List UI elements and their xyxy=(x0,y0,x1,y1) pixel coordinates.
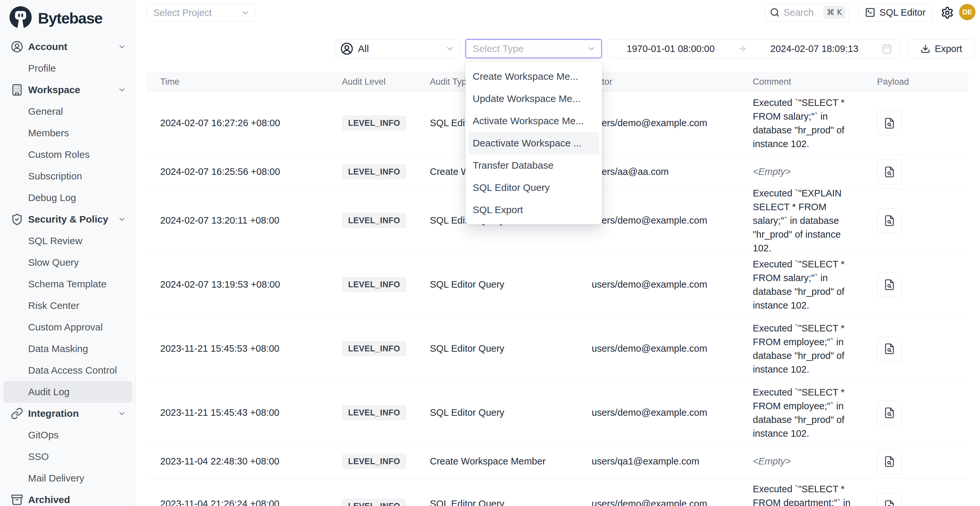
actor-filter-value: All xyxy=(358,43,441,54)
sidebar-item-data-masking[interactable]: Data Masking xyxy=(3,338,132,360)
cell-time: 2024-02-07 16:27:26 +08:00 xyxy=(146,91,342,155)
actor-filter-select[interactable]: All xyxy=(335,39,460,58)
chevron-down-icon xyxy=(118,409,126,418)
cell-actor: users/demo@example.com xyxy=(592,253,753,317)
sidebar-item-subscription[interactable]: Subscription xyxy=(3,165,132,187)
export-button[interactable]: Export xyxy=(908,39,974,58)
cell-payload xyxy=(877,317,968,380)
arrow-right-icon xyxy=(738,44,747,53)
row-time: 2023-11-21 15:45:43 +08:00 xyxy=(160,407,280,418)
cell-comment: <Empty> xyxy=(753,155,877,188)
gear-icon xyxy=(941,6,954,19)
type-menu-option-activate-workspace-me[interactable]: Activate Workspace Me... xyxy=(468,110,599,132)
type-menu-option-update-workspace-me[interactable]: Update Workspace Me... xyxy=(468,88,599,110)
type-filter-menu: Create Workspace Me...Update Workspace M… xyxy=(466,62,602,224)
sidebar-item-general[interactable]: General xyxy=(3,101,132,122)
select-project-dropdown[interactable]: Select Project xyxy=(146,4,256,22)
payload-view-button[interactable] xyxy=(877,208,902,233)
sidebar-item-gitops[interactable]: GitOps xyxy=(3,424,132,446)
file-search-icon xyxy=(884,456,895,468)
settings-gear-button[interactable] xyxy=(939,5,955,21)
row-comment: Executed `"SELECT * FROM salary;"` in da… xyxy=(753,257,861,312)
sidebar-item-label: Members xyxy=(28,127,69,138)
app-logo[interactable]: Bytebase xyxy=(0,0,135,31)
table-row: 2024-02-07 13:19:53 +08:00LEVEL_INFOSQL … xyxy=(146,253,968,317)
file-search-icon xyxy=(884,343,895,355)
cell-actor: users/qa1@example.com xyxy=(592,445,753,478)
sidebar-item-slow-query[interactable]: Slow Query xyxy=(3,252,132,273)
sidebar-item-label: Workspace xyxy=(28,84,80,95)
sidebar-item-label: Custom Approval xyxy=(28,321,103,333)
sql-editor-button[interactable]: SQL Editor xyxy=(858,3,932,22)
payload-view-button[interactable] xyxy=(877,449,902,474)
payload-view-button[interactable] xyxy=(877,272,902,297)
user-circle-icon xyxy=(340,42,353,55)
cell-payload xyxy=(877,381,968,444)
column-header-actor: Actor xyxy=(592,77,753,87)
type-menu-option-sql-export[interactable]: SQL Export xyxy=(468,199,599,221)
cell-audit-level: LEVEL_INFO xyxy=(342,253,430,317)
cell-payload xyxy=(877,445,968,478)
sidebar-item-sql-review[interactable]: SQL Review xyxy=(3,230,132,252)
payload-view-button[interactable] xyxy=(877,493,902,506)
row-time: 2023-11-04 21:26:24 +08:00 xyxy=(160,498,280,506)
payload-view-button[interactable] xyxy=(877,336,902,361)
sidebar-item-sso[interactable]: SSO xyxy=(3,446,132,468)
sidebar-item-audit-log[interactable]: Audit Log xyxy=(3,381,132,403)
row-actor: users/demo@example.com xyxy=(592,215,707,226)
sidebar-item-custom-approval[interactable]: Custom Approval xyxy=(3,317,132,338)
date-from-value[interactable]: 1970-01-01 08:00:00 xyxy=(627,43,714,54)
sidebar-item-archived[interactable]: Archived xyxy=(3,489,132,506)
sidebar-item-account[interactable]: Account xyxy=(3,36,132,57)
cell-actor: users/demo@example.com xyxy=(592,381,753,444)
cell-audit-type: Create Workspace Member xyxy=(430,445,592,478)
type-filter-placeholder: Select Type xyxy=(473,43,587,54)
sidebar-item-risk-center[interactable]: Risk Center xyxy=(3,295,132,317)
payload-view-button[interactable] xyxy=(877,159,902,185)
cell-audit-level: LEVEL_INFO xyxy=(342,91,430,155)
sidebar-item-profile[interactable]: Profile xyxy=(3,57,132,79)
row-actor: users/demo@example.com xyxy=(592,498,707,506)
payload-view-button[interactable] xyxy=(877,400,902,425)
sidebar-item-integration[interactable]: Integration xyxy=(3,403,132,424)
sidebar-item-label: Profile xyxy=(28,63,56,74)
sidebar-item-mail-delivery[interactable]: Mail Delivery xyxy=(3,468,132,489)
chevron-down-icon xyxy=(587,44,596,53)
sidebar-item-workspace[interactable]: Workspace xyxy=(3,79,132,101)
type-menu-option-sql-editor-query[interactable]: SQL Editor Query xyxy=(468,177,599,199)
sidebar-item-label: Account xyxy=(28,41,67,52)
avatar[interactable]: DE xyxy=(959,4,975,20)
sidebar-item-data-access-control[interactable]: Data Access Control xyxy=(3,360,132,381)
chevron-down-icon xyxy=(241,8,250,18)
sidebar-item-schema-template[interactable]: Schema Template xyxy=(3,273,132,295)
cell-comment: Executed `"SELECT * FROM employee;"` in … xyxy=(753,317,877,380)
sidebar-item-custom-roles[interactable]: Custom Roles xyxy=(3,144,132,165)
row-time: 2024-02-07 13:20:11 +08:00 xyxy=(160,215,280,226)
type-filter-select[interactable]: Select Type xyxy=(466,39,602,58)
payload-view-button[interactable] xyxy=(877,111,902,136)
type-menu-option-deactivate-workspace[interactable]: Deactivate Workspace ... xyxy=(468,132,599,154)
file-search-icon xyxy=(884,215,895,226)
user-circle-icon xyxy=(11,41,23,53)
bytebase-logo-icon xyxy=(8,5,33,29)
type-menu-option-transfer-database[interactable]: Transfer Database xyxy=(468,154,599,177)
type-menu-option-create-workspace-me[interactable]: Create Workspace Me... xyxy=(468,65,599,88)
cell-audit-level: LEVEL_INFO xyxy=(342,155,430,188)
cell-actor: users/demo@example.com xyxy=(592,478,753,506)
sidebar-nav: AccountProfileWorkspaceGeneralMembersCus… xyxy=(0,31,135,506)
sidebar-item-debug-log[interactable]: Debug Log xyxy=(3,187,132,208)
sidebar-item-members[interactable]: Members xyxy=(3,122,132,144)
sidebar-item-label: Slow Query xyxy=(28,257,79,268)
search-input[interactable]: Search ⌘ K xyxy=(765,3,849,22)
cell-audit-type: SQL Editor Query xyxy=(430,478,592,506)
date-range-picker[interactable]: 1970-01-01 08:00:00 2024-02-07 18:09:13 xyxy=(607,39,900,58)
cell-actor: users/demo@example.com xyxy=(592,317,753,380)
date-to-value[interactable]: 2024-02-07 18:09:13 xyxy=(770,43,858,54)
sidebar-item-label: Mail Delivery xyxy=(28,473,84,484)
download-icon xyxy=(921,44,930,54)
sidebar-item-label: Subscription xyxy=(28,170,82,182)
row-actor: users/demo@example.com xyxy=(592,343,707,354)
sidebar-item-security-policy[interactable]: Security & Policy xyxy=(3,208,132,230)
shield-check-icon xyxy=(11,213,23,226)
sidebar-item-label: Integration xyxy=(28,408,79,419)
